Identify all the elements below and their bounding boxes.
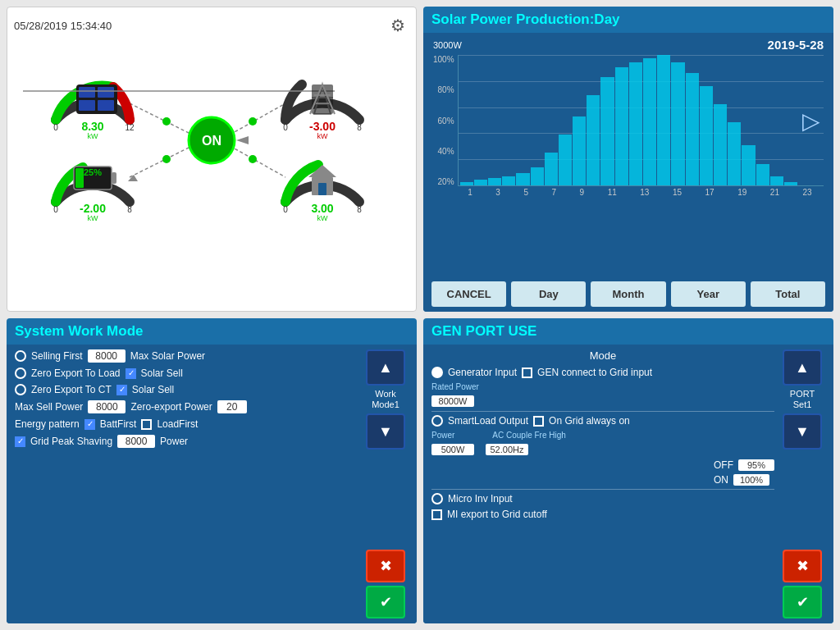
svg-text:kW: kW: [317, 214, 329, 222]
chart-bar: [671, 62, 684, 185]
work-mode-buttons: ▲ WorkMode1 ▼ ✖ ✔: [363, 349, 409, 619]
work-mode-down-button[interactable]: ▼: [366, 413, 405, 450]
svg-rect-15: [98, 87, 114, 98]
gen-input-label: Generator Input: [448, 367, 517, 378]
on-label: ON: [714, 474, 728, 486]
chart-x-axis: 1 3 5 7 9 11 13 15 17 19 21 23: [433, 186, 824, 197]
load-first-label: LoadFirst: [157, 418, 198, 430]
load-first-checkbox[interactable]: [141, 419, 152, 430]
work-mode-up-button[interactable]: ▲: [366, 349, 405, 386]
work-mode-confirm-button[interactable]: ✔: [366, 586, 405, 619]
zero-export-ct-radio[interactable]: [15, 384, 26, 395]
svg-text:8: 8: [357, 123, 362, 132]
svg-text:12: 12: [125, 123, 135, 132]
max-solar-power-label: Max Solar Power: [130, 350, 205, 362]
svg-rect-17: [98, 100, 114, 111]
svg-text:0: 0: [283, 123, 288, 132]
svg-rect-16: [79, 100, 95, 111]
svg-text:0: 0: [53, 205, 58, 214]
mode-label: Mode: [431, 349, 774, 362]
chart-bar: [573, 116, 586, 185]
off-input[interactable]: [738, 459, 774, 471]
chart-bar: [587, 95, 600, 185]
work-mode-cancel-button[interactable]: ✖: [366, 550, 405, 582]
max-solar-power-input[interactable]: [88, 349, 126, 363]
ac-couple-sublabel: AC Couple Fre High: [492, 431, 565, 440]
svg-text:ON: ON: [202, 134, 221, 148]
gen-input-radio[interactable]: [431, 367, 443, 378]
settings-icon[interactable]: ⚙: [386, 14, 409, 37]
year-button[interactable]: Year: [671, 281, 746, 307]
zero-export-load-radio[interactable]: [15, 368, 26, 379]
off-on-values: OFF ON: [714, 459, 774, 486]
gen-port-body: Mode Generator Input GEN connect to Grid…: [423, 345, 833, 623]
chart-bar: [700, 86, 713, 185]
gen-port-title: GEN PORT USE: [423, 318, 833, 345]
batt-first-label: BattFirst: [100, 418, 137, 430]
work-mode-form: Selling First Max Solar Power Zero Expor…: [15, 349, 358, 619]
ac-freq-input[interactable]: [486, 444, 528, 455]
power-input[interactable]: [431, 444, 474, 455]
work-mode-panel: System Work Mode Selling First Max Solar…: [7, 318, 417, 623]
max-sell-label: Max Sell Power: [15, 401, 83, 413]
chart-y-axis: 100% 80% 60% 40% 20%: [433, 55, 458, 186]
svg-text:kW: kW: [317, 132, 329, 140]
on-grid-checkbox[interactable]: [533, 416, 544, 427]
port-cancel-button[interactable]: ✖: [783, 550, 822, 582]
mi-export-checkbox[interactable]: [431, 509, 442, 520]
energy-pattern-label: Energy pattern: [15, 418, 80, 430]
zero-export-ct-label: Zero Export To CT: [31, 384, 112, 395]
port-down-button[interactable]: ▼: [783, 413, 822, 450]
gen-connect-checkbox[interactable]: [522, 368, 532, 378]
separator-2: [431, 489, 774, 490]
zero-export-ct-row: Zero Export To CT Solar Sell: [15, 384, 358, 395]
svg-text:3.00: 3.00: [311, 202, 333, 215]
svg-point-8: [162, 155, 171, 163]
rated-power-value-row: [431, 395, 774, 407]
rated-power-input[interactable]: [431, 395, 474, 407]
solar-sell-2-checkbox[interactable]: [116, 385, 127, 395]
svg-rect-37: [75, 168, 84, 188]
svg-rect-45: [318, 183, 326, 195]
micro-inv-radio[interactable]: [431, 493, 443, 504]
energy-diagram: ON 8.30 kW 0 12: [14, 42, 409, 239]
chart-bar: [516, 173, 529, 185]
total-button[interactable]: Total: [751, 281, 825, 307]
chart-body: ▷: [458, 55, 824, 186]
cancel-button[interactable]: CANCEL: [431, 281, 506, 307]
day-button[interactable]: Day: [511, 281, 586, 307]
gen-connect-label: GEN connect to Grid input: [537, 367, 652, 378]
zero-export-input[interactable]: [217, 400, 247, 413]
download-arrow-icon[interactable]: ▷: [802, 107, 820, 134]
month-button[interactable]: Month: [591, 281, 665, 307]
grid-peak-checkbox[interactable]: [15, 436, 25, 447]
port-up-button[interactable]: ▲: [783, 349, 822, 386]
selling-first-row: Selling First Max Solar Power: [15, 349, 358, 363]
svg-text:-2.00: -2.00: [80, 202, 106, 215]
svg-point-6: [162, 117, 171, 126]
energy-pattern-row: Energy pattern BattFirst LoadFirst: [15, 418, 358, 430]
chart-bar: [714, 104, 727, 185]
max-sell-row: Max Sell Power Zero-export Power: [15, 400, 358, 413]
chart-button-bar: CANCEL Day Month Year Total: [423, 276, 833, 312]
chart-bar: [629, 62, 642, 185]
smartload-radio[interactable]: [431, 415, 443, 427]
chart-bar: [686, 73, 699, 185]
separator-1: [431, 411, 774, 412]
chart-bar: [615, 67, 628, 185]
port-confirm-button[interactable]: ✔: [783, 586, 822, 619]
selling-first-radio[interactable]: [15, 350, 26, 362]
max-sell-input[interactable]: [88, 400, 126, 413]
chart-bar: [728, 122, 741, 185]
chart-bar: [742, 145, 755, 185]
batt-first-checkbox[interactable]: [84, 419, 95, 430]
grid-peak-input[interactable]: [117, 435, 155, 448]
svg-text:8: 8: [127, 205, 132, 214]
mi-export-label: MI export to Grid cutoff: [447, 509, 547, 520]
svg-text:8.30: 8.30: [81, 120, 103, 133]
datetime-display: 05/28/2019 15:34:40: [14, 20, 112, 32]
solar-sell-1-checkbox[interactable]: [126, 368, 136, 379]
on-input[interactable]: [733, 474, 769, 486]
chart-bar: [770, 176, 783, 185]
svg-text:0: 0: [53, 123, 58, 132]
